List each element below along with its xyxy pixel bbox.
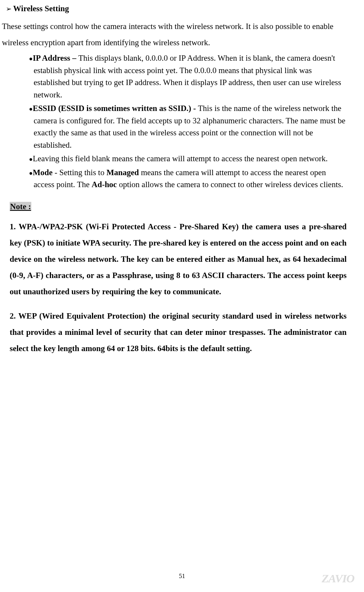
bullet-icon: ● — [29, 170, 33, 176]
bullet-list: ●IP Address – This displays blank, 0.0.0… — [2, 52, 347, 191]
intro-paragraph: These settings control how the camera in… — [2, 18, 347, 51]
bullet-ip-address: ●IP Address – This displays blank, 0.0.0… — [29, 52, 347, 101]
bullet-icon: ● — [29, 106, 33, 112]
bullet-icon: ● — [29, 156, 33, 162]
bullet-text: Leaving this field blank means the camer… — [33, 154, 328, 163]
bullet-mode: ●Mode - Setting this to Managed means th… — [29, 167, 347, 191]
managed-term: Managed — [106, 168, 139, 177]
bullet-label: ESSID (ESSID is sometimes written as SSI… — [33, 104, 198, 113]
bullet-text-part: - Setting this to — [53, 168, 106, 177]
bullet-label: Mode — [33, 168, 53, 177]
section-heading: Wireless Setting — [13, 4, 69, 14]
arrow-right-icon: ➢ — [6, 5, 12, 13]
section-heading-row: ➢ Wireless Setting — [2, 4, 347, 14]
bullet-icon: ● — [29, 55, 33, 62]
page-number: 51 — [0, 573, 364, 580]
adhoc-term: Ad-hoc — [92, 180, 117, 189]
bullet-text-part: option allows the camera to connect to o… — [117, 180, 343, 189]
bullet-label: IP Address – — [33, 53, 78, 63]
bullet-text: This displays blank, 0.0.0.0 or IP Addre… — [34, 53, 341, 99]
note-wpa: 1. WPA-/WPA2-PSK (Wi-Fi Protected Access… — [10, 218, 347, 300]
note-label: Note : — [10, 202, 31, 211]
bullet-blank-field: ●Leaving this field blank means the came… — [29, 153, 347, 165]
note-wep: 2. WEP (Wired Equivalent Protection) the… — [10, 308, 347, 357]
note-section: Note : 1. WPA-/WPA2-PSK (Wi-Fi Protected… — [2, 202, 347, 357]
brand-watermark: ZAVIO — [322, 572, 354, 585]
bullet-essid: ●ESSID (ESSID is sometimes written as SS… — [29, 102, 347, 151]
document-page: ➢ Wireless Setting These settings contro… — [0, 0, 364, 357]
